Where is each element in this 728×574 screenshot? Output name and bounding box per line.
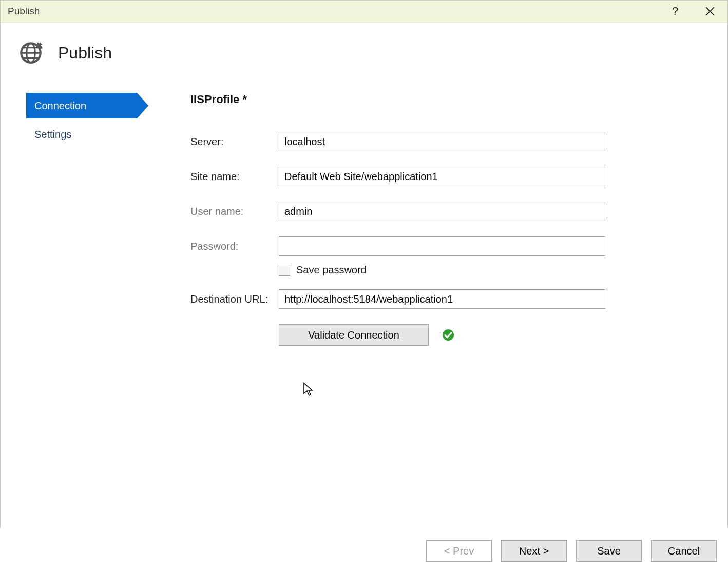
close-icon	[705, 7, 715, 16]
save-password-label: Save password	[296, 264, 367, 276]
hero: Publish	[15, 39, 713, 67]
username-label: User name:	[190, 206, 279, 217]
dialog-footer: < Prev Next > Save Cancel	[0, 528, 728, 574]
sidebar-item-label: Settings	[34, 129, 71, 141]
site-name-input[interactable]	[279, 167, 605, 186]
password-label: Password:	[190, 241, 279, 252]
next-button[interactable]: Next >	[501, 540, 567, 562]
close-button[interactable]	[700, 1, 720, 22]
server-input[interactable]	[279, 132, 605, 151]
save-password-checkbox[interactable]	[279, 265, 290, 276]
validate-connection-button[interactable]: Validate Connection	[279, 324, 429, 346]
save-button[interactable]: Save	[576, 540, 642, 562]
checkmark-success-icon	[442, 329, 454, 341]
destination-url-label: Destination URL:	[190, 293, 279, 305]
page-title: Publish	[58, 44, 112, 63]
profile-name: IISProfile *	[190, 93, 713, 106]
username-input[interactable]	[279, 202, 605, 221]
site-label: Site name:	[190, 171, 279, 183]
server-label: Server:	[190, 136, 279, 148]
sidebar: Connection Settings	[15, 93, 160, 346]
sidebar-item-label: Connection	[34, 100, 86, 112]
help-button[interactable]: ?	[665, 1, 685, 22]
dialog-content: Publish Connection Settings IISProfile *…	[1, 23, 727, 527]
publish-globe-icon	[18, 39, 44, 67]
sidebar-item-settings[interactable]: Settings	[26, 122, 137, 147]
password-input[interactable]	[279, 236, 605, 256]
sidebar-item-connection[interactable]: Connection	[26, 93, 137, 118]
titlebar: Publish ?	[1, 1, 727, 23]
form-area: IISProfile * Server: Site name: User nam…	[160, 93, 713, 346]
cancel-button[interactable]: Cancel	[651, 540, 717, 562]
destination-url-input[interactable]	[279, 289, 605, 309]
svg-point-2	[443, 329, 454, 341]
window-title: Publish	[8, 6, 40, 17]
prev-button: < Prev	[426, 540, 492, 562]
